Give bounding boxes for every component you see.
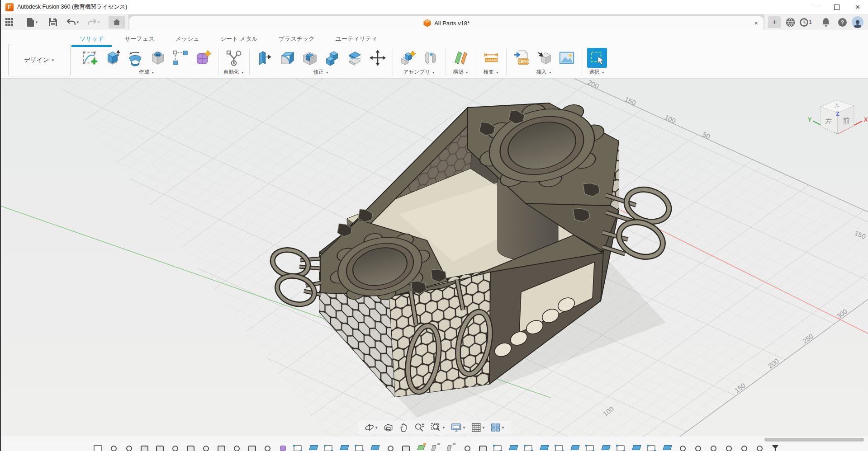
timeline-feature-pin[interactable] xyxy=(232,445,242,451)
timeline-feature-extrude[interactable] xyxy=(570,445,580,451)
undo-button[interactable]: ▼ xyxy=(63,16,83,28)
tab-surface[interactable]: サーフェス xyxy=(123,35,156,43)
timeline-feature-pin[interactable] xyxy=(109,445,119,451)
timeline-feature-canvas[interactable] xyxy=(94,445,103,451)
timeline-feature-component[interactable] xyxy=(217,445,226,451)
create-form-button[interactable] xyxy=(193,48,213,68)
grid-settings-button[interactable]: ▼ xyxy=(470,422,487,433)
timeline-feature-extrude[interactable] xyxy=(601,445,611,451)
canvas-button[interactable] xyxy=(557,48,577,68)
tab-sheetmetal[interactable]: シート メタル xyxy=(218,35,260,43)
group-label-inspect[interactable]: 検査 ▼ xyxy=(484,69,499,75)
user-avatar[interactable] xyxy=(852,16,863,28)
measure-button[interactable] xyxy=(481,48,501,68)
timeline-feature-pin[interactable] xyxy=(171,445,180,451)
timeline-feature-sketch[interactable] xyxy=(324,445,334,451)
new-tab-button[interactable]: + xyxy=(768,16,781,28)
close-button[interactable]: × xyxy=(847,0,868,14)
timeline-feature-component[interactable] xyxy=(247,445,257,451)
timeline-feature-mirror[interactable] xyxy=(447,445,457,451)
tab-close-icon[interactable]: × xyxy=(754,19,759,26)
timeline-feature-pin[interactable] xyxy=(678,445,688,451)
orbit-button[interactable]: ▼ xyxy=(362,422,380,433)
timeline-feature-component[interactable] xyxy=(140,445,149,451)
help-button[interactable]: ? xyxy=(835,16,849,28)
data-panel-button[interactable] xyxy=(3,16,16,28)
move-copy-button[interactable] xyxy=(368,48,388,68)
group-label-automate[interactable]: 自動化 ▼ xyxy=(223,69,244,75)
timeline-feature-sketch[interactable] xyxy=(524,445,534,451)
group-label-assemble[interactable]: アセンブリ ▼ xyxy=(403,69,435,75)
timeline-feature-form[interactable] xyxy=(278,445,288,451)
notifications-button[interactable] xyxy=(819,16,833,28)
timeline-feature-pin[interactable] xyxy=(693,445,703,451)
timeline-feature-sketch[interactable] xyxy=(355,445,365,451)
group-label-modify[interactable]: 修正 ▼ xyxy=(313,69,329,75)
timeline-feature-pin[interactable] xyxy=(463,445,472,451)
display-settings-button[interactable]: ▼ xyxy=(449,422,468,433)
timeline-feature-sketch[interactable] xyxy=(647,445,657,451)
revolve-button[interactable] xyxy=(125,48,145,68)
press-pull-button[interactable] xyxy=(255,48,275,68)
offset-face-button[interactable] xyxy=(345,48,365,68)
timeline-feature-plane[interactable] xyxy=(417,445,426,451)
timeline-feature-extrude[interactable] xyxy=(370,445,380,451)
group-label-construct[interactable]: 構築 ▼ xyxy=(453,69,469,75)
tab-solid[interactable]: ソリッド xyxy=(78,35,105,43)
timeline-feature-marker[interactable] xyxy=(770,445,780,451)
timeline-feature-pin[interactable] xyxy=(124,445,134,451)
redo-button[interactable]: ▼ xyxy=(84,16,104,28)
save-button[interactable] xyxy=(46,16,60,28)
group-label-create[interactable]: 作成 ▼ xyxy=(139,69,154,75)
viewports-button[interactable]: ▼ xyxy=(489,422,507,433)
timeline-feature-extrude[interactable] xyxy=(509,445,518,451)
timeline-feature-pin[interactable] xyxy=(263,445,272,451)
group-label-select[interactable]: 選択 ▼ xyxy=(589,69,605,75)
new-component-button[interactable] xyxy=(398,48,418,68)
timeline-scrollbar-thumb[interactable] xyxy=(764,438,864,442)
tab-utilities[interactable]: ユーティリティ xyxy=(334,35,379,43)
zoom-window-button[interactable]: ▼ xyxy=(429,422,447,433)
file-menu-button[interactable]: ▼ xyxy=(23,16,43,28)
rectangular-pattern-button[interactable] xyxy=(171,48,190,68)
timeline-feature-mirror[interactable] xyxy=(432,445,441,451)
select-button[interactable] xyxy=(587,48,607,68)
tab-plastic[interactable]: プラスチック xyxy=(277,35,317,43)
timeline[interactable] xyxy=(1,443,868,451)
create-sketch-button[interactable] xyxy=(80,48,100,68)
timeline-feature-component[interactable] xyxy=(155,445,165,451)
timeline-scrollbar[interactable] xyxy=(1,437,868,443)
timeline-feature-extrude[interactable] xyxy=(309,445,318,451)
timeline-feature-pin[interactable] xyxy=(201,445,211,451)
extensions-button[interactable] xyxy=(783,16,797,28)
insert-mesh-button[interactable] xyxy=(534,48,554,68)
timeline-feature-pin[interactable] xyxy=(709,445,718,451)
tab-mesh[interactable]: メッシュ xyxy=(173,35,201,43)
document-tab[interactable]: All Parts v18* × xyxy=(129,16,764,30)
construction-plane-button[interactable] xyxy=(451,48,471,68)
timeline-feature-component[interactable] xyxy=(186,445,195,451)
minimize-button[interactable] xyxy=(806,0,826,14)
automate-button[interactable] xyxy=(224,48,244,68)
zoom-button[interactable] xyxy=(413,422,427,433)
timeline-feature-component[interactable] xyxy=(478,445,488,451)
group-label-insert[interactable]: 挿入 ▼ xyxy=(536,69,552,75)
timeline-feature-sketch[interactable] xyxy=(586,445,595,451)
job-status-button[interactable] xyxy=(797,16,811,28)
timeline-feature-sketch[interactable] xyxy=(555,445,564,451)
timeline-feature-component[interactable] xyxy=(401,445,411,451)
timeline-feature-pin[interactable] xyxy=(386,445,395,451)
workspace-selector[interactable]: デザイン ▼ xyxy=(8,44,71,76)
hole-button[interactable] xyxy=(148,48,168,68)
look-at-button[interactable] xyxy=(382,422,395,433)
timeline-feature-pin[interactable] xyxy=(740,445,749,451)
combine-button[interactable] xyxy=(323,48,342,68)
home-button[interactable] xyxy=(109,16,125,28)
timeline-feature-extrude[interactable] xyxy=(663,445,672,451)
extrude-button[interactable] xyxy=(103,48,123,68)
insert-svg-button[interactable]: SVG xyxy=(512,48,531,68)
pan-button[interactable] xyxy=(397,422,411,433)
timeline-feature-extrude[interactable] xyxy=(340,445,349,451)
maximize-button[interactable] xyxy=(826,0,847,14)
timeline-feature-sketch[interactable] xyxy=(294,445,303,451)
